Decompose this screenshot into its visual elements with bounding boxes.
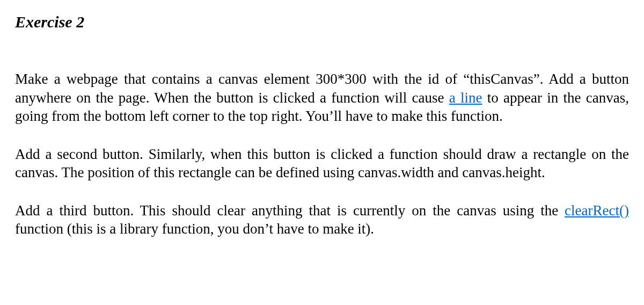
para3-text-2: function (this is a library function, yo…: [15, 221, 374, 237]
link-a-line[interactable]: a line: [449, 90, 482, 106]
paragraph-3: Add a third button. This should clear an…: [15, 201, 629, 238]
cutoff-text: [15, 258, 629, 263]
para3-text-1: Add a third button. This should clear an…: [15, 202, 565, 219]
paragraph-1: Make a webpage that contains a canvas el…: [15, 70, 629, 126]
link-clearrect[interactable]: clearRect(): [565, 202, 629, 219]
exercise-heading: Exercise 2: [15, 13, 629, 31]
paragraph-2: Add a second button. Similarly, when thi…: [15, 145, 629, 182]
